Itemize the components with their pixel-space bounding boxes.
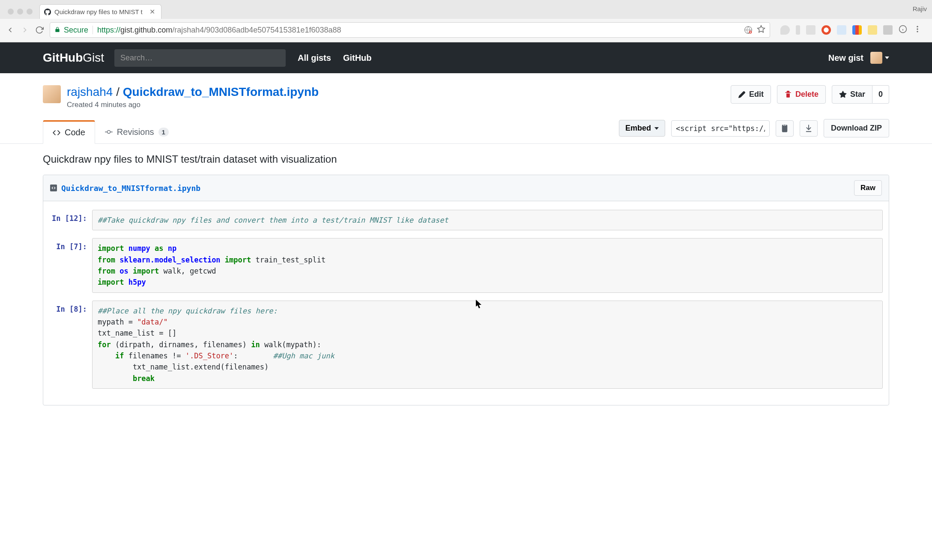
delete-button[interactable]: Delete <box>777 85 826 104</box>
gist-description: Quickdraw npy files to MNIST test/train … <box>0 144 932 175</box>
code-icon <box>53 129 60 137</box>
browser-chrome: Quickdraw npy files to MNIST t ✕ Rajiv S… <box>0 0 932 42</box>
secure-label: Secure <box>64 26 88 35</box>
svg-point-6 <box>917 26 918 27</box>
url-protocol: https:// <box>97 26 120 35</box>
browser-tab-bar: Quickdraw npy files to MNIST t ✕ Rajiv <box>0 0 932 19</box>
star-count[interactable]: 0 <box>872 85 889 104</box>
header-nav: All gists GitHub <box>298 53 371 63</box>
file-box: Quickdraw_to_MNISTformat.ipynb Raw In [1… <box>43 175 889 405</box>
avatar <box>870 52 882 64</box>
window-maximize[interactable] <box>27 9 33 15</box>
tab-code[interactable]: Code <box>43 120 95 144</box>
browser-profile-name[interactable]: Rajiv <box>913 5 927 12</box>
download-button[interactable] <box>800 120 818 137</box>
extension-icon[interactable] <box>806 25 816 35</box>
tabnav: Code Revisions 1 <box>43 120 179 143</box>
window-close[interactable] <box>8 9 14 15</box>
cell-prompt: In [12]: <box>49 210 92 230</box>
trash-icon <box>784 91 792 98</box>
pagehead-actions: Edit Delete Star 0 <box>731 85 889 104</box>
github-favicon-icon <box>44 9 51 15</box>
clipboard-icon <box>780 124 789 133</box>
browser-toolbar: Secure https://gist.github.com/rajshah4/… <box>0 19 932 42</box>
star-icon <box>839 91 847 98</box>
window-minimize[interactable] <box>17 9 23 15</box>
extension-icon[interactable] <box>780 25 790 35</box>
tab-close-icon[interactable]: ✕ <box>149 8 155 16</box>
bookmark-star-icon[interactable] <box>757 25 765 36</box>
svg-point-8 <box>917 31 918 32</box>
url-field[interactable]: Secure https://gist.github.com/rajshah4/… <box>50 22 770 38</box>
translate-icon[interactable] <box>744 26 753 34</box>
owner-link[interactable]: rajshah4 <box>67 85 113 98</box>
edit-button[interactable]: Edit <box>731 85 771 104</box>
pencil-icon <box>738 91 746 98</box>
lock-icon <box>54 26 60 35</box>
notebook-cell: In [7]: import numpy as np from sklearn.… <box>49 238 883 292</box>
cell-input: ##Take quickdraw npy files and convert t… <box>92 210 883 230</box>
new-gist-link[interactable]: New gist <box>828 53 863 63</box>
file-header: Quickdraw_to_MNISTformat.ipynb Raw <box>43 175 889 201</box>
url-path: /rajshah4/903d086adb4e5075415381e1f6038a… <box>172 26 341 35</box>
reload-icon[interactable] <box>35 26 44 34</box>
github-header: GitHubGist All gists GitHub New gist <box>0 42 932 73</box>
extension-icon[interactable] <box>821 25 831 35</box>
nav-all-gists[interactable]: All gists <box>298 53 331 63</box>
tab-title: Quickdraw npy files to MNIST t <box>54 8 143 15</box>
extension-icon[interactable] <box>837 25 846 35</box>
raw-button[interactable]: Raw <box>854 180 882 196</box>
info-icon[interactable] <box>899 25 907 35</box>
code-square-icon <box>50 185 57 191</box>
search-input[interactable] <box>114 49 286 67</box>
download-zip-button[interactable]: Download ZIP <box>824 119 889 137</box>
copy-button[interactable] <box>776 120 794 137</box>
mouse-cursor-icon <box>476 300 483 309</box>
cell-prompt: In [7]: <box>49 238 92 292</box>
user-menu[interactable] <box>870 52 889 64</box>
svg-point-7 <box>917 28 918 30</box>
notebook-cell: In [8]: ##Place all the npy quickdraw fi… <box>49 301 883 389</box>
github-gist-logo[interactable]: GitHubGist <box>43 51 104 65</box>
extension-icon[interactable] <box>868 25 877 35</box>
cell-input: ##Place all the npy quickdraw files here… <box>92 301 883 389</box>
pagehead: rajshah4 / Quickdraw_to_MNISTformat.ipyn… <box>0 73 932 144</box>
tab-revisions[interactable]: Revisions 1 <box>95 120 179 143</box>
chevron-down-icon <box>885 57 889 59</box>
created-at: Created 4 minutes ago <box>67 101 319 109</box>
url-host: gist.github.com <box>120 26 172 35</box>
nav-forward-icon <box>21 26 29 34</box>
extension-icon[interactable] <box>852 25 862 35</box>
git-commit-icon <box>105 128 113 136</box>
star-button-group: Star 0 <box>832 85 889 104</box>
download-icon <box>804 124 813 133</box>
cell-input: import numpy as np from sklearn.model_se… <box>92 238 883 292</box>
browser-menu-icon[interactable] <box>913 25 922 35</box>
embed-dropdown[interactable]: Embed <box>619 120 665 137</box>
gist-title: rajshah4 / Quickdraw_to_MNISTformat.ipyn… <box>67 85 319 99</box>
window-controls <box>4 3 37 19</box>
notebook-cell: In [12]: ##Take quickdraw npy files and … <box>49 210 883 230</box>
file-actions: Embed Download ZIP <box>619 119 889 143</box>
notebook-render: In [12]: ##Take quickdraw npy files and … <box>43 201 889 405</box>
extensions-row <box>776 25 926 35</box>
star-button[interactable]: Star <box>832 85 872 104</box>
svg-marker-2 <box>758 25 765 32</box>
embed-script-input[interactable] <box>671 120 770 137</box>
gist-filename-link[interactable]: Quickdraw_to_MNISTformat.ipynb <box>123 85 319 98</box>
file-name-link[interactable]: Quickdraw_to_MNISTformat.ipynb <box>61 184 200 193</box>
extension-icon[interactable] <box>883 25 893 35</box>
nav-github[interactable]: GitHub <box>343 53 372 63</box>
chevron-down-icon <box>654 127 659 130</box>
extension-icon[interactable] <box>796 25 800 35</box>
nav-back-icon[interactable] <box>6 26 15 34</box>
browser-tab[interactable]: Quickdraw npy files to MNIST t ✕ <box>39 4 161 19</box>
revisions-count: 1 <box>158 128 169 137</box>
cell-prompt: In [8]: <box>49 301 92 389</box>
owner-avatar[interactable] <box>43 85 61 103</box>
